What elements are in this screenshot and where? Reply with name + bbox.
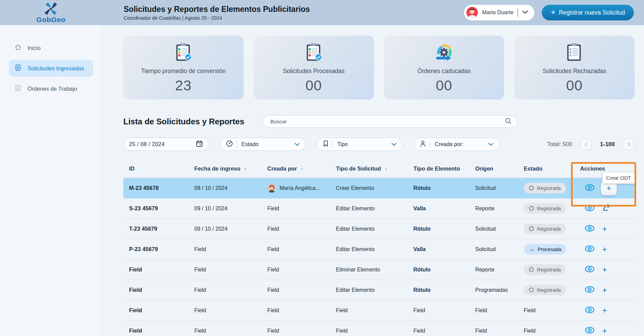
- user-menu[interactable]: Mario Duarte: [464, 5, 534, 20]
- create-odt-button[interactable]: +: [601, 224, 608, 234]
- cell-tipo-elemento: Rótulo: [408, 287, 469, 293]
- cell-estado: Field: [518, 328, 574, 334]
- creator-name: Field: [267, 328, 279, 334]
- calendar-icon[interactable]: [196, 140, 203, 149]
- stat-card-value: 23: [175, 77, 192, 94]
- table-row[interactable]: FieldFieldFieldFieldFieldFieldField+: [123, 321, 634, 336]
- status-label: Field: [524, 328, 536, 334]
- creada-por-filter-dropdown[interactable]: Creada por:: [414, 138, 499, 151]
- cell-tipo-solicitud: Editar Elemento: [330, 246, 408, 252]
- stat-card-label: Tiempo promedio de conversión: [141, 68, 226, 75]
- cell-id: T-23 45679: [123, 226, 189, 232]
- next-page-button[interactable]: [624, 139, 634, 150]
- status-label: Registrada: [537, 226, 561, 232]
- user-avatar: [466, 7, 478, 18]
- view-button[interactable]: [583, 203, 596, 214]
- table-row[interactable]: P-23 45679FieldFieldEditar ElementoValla…: [123, 239, 634, 260]
- cell-origen: Reporte: [469, 267, 518, 273]
- pentagon-icon: [529, 206, 534, 212]
- requests-table: IDFecha de ingreso▲▼Creada por▲▼Tipo de …: [123, 160, 634, 336]
- stat-card-value: 00: [566, 77, 583, 94]
- cell-creada-por: Field: [262, 307, 330, 314]
- app-logo[interactable]: GobGeo: [0, 1, 102, 24]
- cell-estado: Field: [518, 307, 574, 314]
- stat-card-solicitudes-rechazadas: Solicitudes Rechazadas00: [514, 36, 634, 100]
- estado-filter-dropdown[interactable]: Estado: [220, 138, 306, 151]
- table-row[interactable]: FieldFieldFieldEditar ElementoRótuloProg…: [123, 280, 634, 300]
- column-header-fecha-de-ingreso[interactable]: Fecha de ingreso▲▼: [189, 165, 262, 172]
- tipo-filter-dropdown[interactable]: Tipo: [317, 138, 402, 151]
- cell-tipo-elemento: Valla: [408, 246, 469, 252]
- plus-icon: +: [602, 266, 607, 274]
- cell-fecha-ingreso: Field: [189, 246, 262, 252]
- eye-icon: [585, 306, 595, 315]
- cell-acciones: +: [574, 264, 634, 275]
- sort-arrows-icon[interactable]: ▲▼: [244, 169, 247, 169]
- table-row[interactable]: M-23 4567809 / 10 / 2024María Angélica..…: [123, 178, 634, 198]
- register-new-request-button[interactable]: + Registrar nueva Solicitud: [542, 5, 634, 20]
- divider: [333, 141, 333, 148]
- view-button[interactable]: [583, 305, 596, 316]
- divider: [518, 8, 518, 17]
- person-icon: [419, 140, 426, 148]
- cell-creada-por: Field: [262, 328, 330, 334]
- status-label: Registrada: [537, 185, 561, 191]
- pentagon-icon: [529, 185, 534, 191]
- table-row[interactable]: T-23 4567909 / 10 / 2024FieldEditar Elem…: [123, 219, 634, 239]
- sidebar-item--rdenes-de-trabajo[interactable]: Órdenes de Trabajo: [9, 80, 93, 97]
- create-odt-button[interactable]: +: [601, 264, 608, 275]
- cell-fecha-ingreso: Field: [189, 287, 262, 293]
- logo-text: GobGeo: [36, 16, 66, 24]
- view-button[interactable]: [583, 325, 596, 336]
- view-button[interactable]: [583, 284, 596, 296]
- plus-icon: +: [602, 225, 607, 233]
- stat-card-label: Órdenes caducadas: [417, 68, 471, 75]
- cell-fecha-ingreso: 09 / 10 / 2024: [189, 206, 262, 212]
- sidebar-item-inicio[interactable]: Inicio: [9, 39, 93, 56]
- create-odt-button[interactable]: +: [601, 305, 608, 316]
- sort-arrows-icon[interactable]: ▲▼: [300, 169, 303, 169]
- chevron-down-icon[interactable]: [522, 10, 528, 16]
- create-odt-button[interactable]: +: [601, 285, 608, 296]
- view-button[interactable]: [583, 264, 596, 275]
- sidebar-item-solicitudes-ingresadas[interactable]: Solicitudes Ingresadas: [9, 60, 93, 77]
- creator-name: Field: [267, 246, 279, 252]
- view-button[interactable]: [583, 244, 596, 255]
- stat-card-solicitudes-procesadas: Solicitudes Procesadas00: [254, 36, 374, 100]
- status-badge-registrada: Registrada: [524, 183, 566, 193]
- column-header-acciones: Acciones: [574, 165, 634, 172]
- create-odt-button[interactable]: +: [601, 325, 608, 336]
- column-header-label: Origen: [475, 165, 493, 172]
- search-icon[interactable]: [505, 118, 512, 126]
- bookmark-icon: [323, 140, 329, 148]
- creator-name: María Angélica...: [280, 185, 320, 191]
- column-header-creada-por[interactable]: Creada por▲▼: [262, 165, 330, 172]
- column-header-tipo-de-solicitud[interactable]: Tipo de Solicitud▲▼: [330, 165, 408, 172]
- cell-tipo-elemento: Field: [408, 328, 469, 334]
- cell-creada-por: María Angélica...: [262, 184, 330, 193]
- create-odt-button[interactable]: +: [601, 244, 608, 255]
- previous-page-button[interactable]: [580, 139, 591, 150]
- table-row[interactable]: FieldFieldFieldEliminar ElementoRótuloRe…: [123, 260, 634, 280]
- filter-bar: 25 / 08 / 2024 Estado: [123, 138, 634, 151]
- table-row[interactable]: S-23 4567909 / 10 / 2024FieldEditar Elem…: [123, 198, 634, 219]
- cell-creada-por: Field: [262, 226, 330, 232]
- cell-tipo-solicitud: Eliminar Elemento: [330, 267, 408, 273]
- forward-odt-button[interactable]: [601, 202, 613, 214]
- view-button[interactable]: [583, 182, 596, 194]
- search-box: [263, 115, 517, 128]
- table-header-row: IDFecha de ingreso▲▼Creada por▲▼Tipo de …: [123, 160, 634, 178]
- date-filter[interactable]: 25 / 08 / 2024: [123, 138, 209, 151]
- cell-origen: Field: [469, 307, 518, 314]
- page-title: Solicitudes y Reportes de Elementos Publ…: [124, 5, 464, 14]
- plus-icon: +: [602, 327, 607, 335]
- creator-name: Field: [267, 307, 279, 314]
- cell-creada-por: Field: [262, 267, 330, 273]
- view-button[interactable]: [583, 223, 596, 234]
- sort-arrows-icon[interactable]: ▲▼: [384, 169, 388, 169]
- search-input[interactable]: [270, 119, 505, 125]
- chevron-down-icon: [294, 141, 300, 147]
- cell-tipo-elemento: Field: [408, 307, 469, 314]
- stat-card-value: 00: [305, 77, 322, 94]
- table-row[interactable]: FieldFieldFieldFieldFieldFieldField+: [123, 300, 634, 321]
